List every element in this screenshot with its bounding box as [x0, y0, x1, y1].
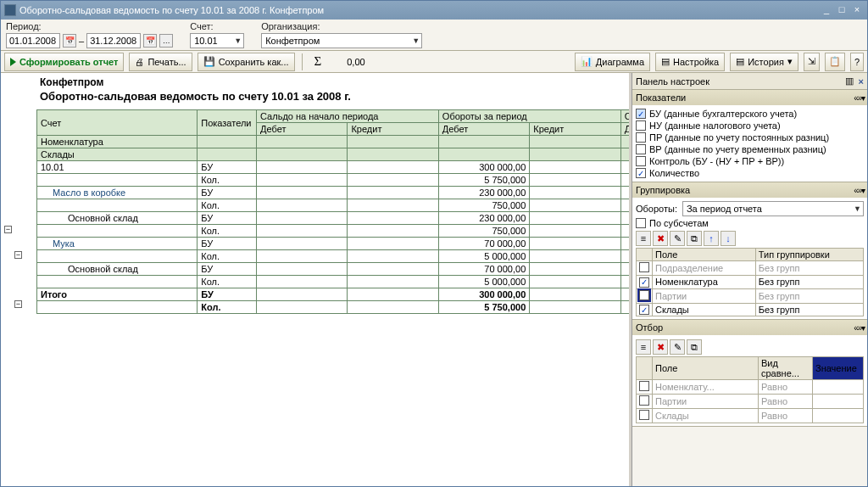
print-button[interactable]: 🖨Печать... — [129, 53, 192, 71]
minimize-button[interactable]: _ — [820, 4, 833, 16]
history-icon: ▤ — [736, 56, 744, 67]
table-row: Кол.750,000 — [37, 225, 632, 238]
group-row: ✓НоменклатураБез групп — [637, 276, 864, 289]
delete-icon[interactable]: ✖ — [653, 231, 668, 246]
diagram-button[interactable]: 📊Диаграмма — [575, 53, 650, 71]
chart-icon: 📊 — [581, 56, 593, 67]
chevron-icon[interactable]: « » ▾ — [854, 186, 864, 195]
group-row: ✓СкладыБез групп — [637, 303, 864, 316]
report-title: Оборотно-сальдовая ведомость по счету 10… — [40, 90, 622, 103]
group-row: ПартииБез групп — [637, 288, 864, 303]
tree-collapse-icon[interactable]: − — [14, 300, 22, 308]
indicators-section: Показатели« » ▾ ✓БУ (данные бухгалтерско… — [632, 90, 867, 182]
turnover-select[interactable]: За период отчета▼ — [682, 201, 864, 216]
tool-button-1[interactable]: ⇲ — [804, 53, 820, 71]
edit-icon[interactable]: ✎ — [670, 231, 685, 246]
filter-table: ПолеВид сравне...Значение Номенклату...Р… — [636, 356, 864, 423]
checkbox-subaccounts[interactable] — [636, 218, 646, 228]
period-picker-icon[interactable]: … — [159, 34, 173, 48]
sigma-icon[interactable]: Σ — [309, 54, 327, 69]
checkbox-kol[interactable]: ✓ — [636, 168, 646, 178]
filter-row: ПартииРавно — [637, 395, 864, 409]
account-group: Счет: 10.01▼ — [190, 21, 244, 48]
period-label: Период: — [6, 21, 173, 31]
play-icon — [10, 58, 16, 66]
table-row-total: Кол.5 750,000 — [37, 301, 632, 314]
save-as-button[interactable]: 💾Сохранить как... — [198, 53, 295, 71]
organization-group: Организация: Конфетпром▼ — [261, 21, 422, 48]
table-row: Основной складБУ230 000,00 — [37, 212, 632, 225]
main-area: Конфетпром Оборотно-сальдовая ведомость … — [1, 73, 867, 486]
chevron-icon[interactable]: « » ▾ — [854, 323, 864, 333]
col-indicators: Показатели — [198, 110, 257, 136]
maximize-button[interactable]: □ — [835, 4, 849, 16]
table-row: Кол.5 000,000 — [37, 276, 632, 288]
organization-select[interactable]: Конфетпром▼ — [261, 33, 422, 48]
table-row: Кол.5 000,000 — [37, 250, 632, 263]
close-button[interactable]: × — [850, 4, 864, 16]
sigma-value: 0,00 — [331, 57, 380, 67]
printer-icon: 🖨 — [135, 57, 144, 67]
date-to-input[interactable] — [86, 33, 141, 48]
report-header: Конфетпром Оборотно-сальдовая ведомость … — [33, 73, 629, 106]
table-row: Кол.750,000 — [37, 199, 632, 212]
chevron-icon[interactable]: « » ▾ — [854, 93, 864, 103]
checkbox-bu[interactable]: ✓ — [636, 109, 646, 119]
chevron-down-icon: ▼ — [412, 36, 420, 45]
delete-icon[interactable]: ✖ — [653, 339, 668, 355]
generate-report-button[interactable]: Сформировать отчет — [4, 53, 124, 71]
checkbox-vr[interactable] — [636, 144, 646, 154]
checkbox-nu[interactable] — [636, 120, 646, 131]
col-end-balance: Сал — [620, 110, 632, 123]
titlebar: Оборотно-сальдовая ведомость по счету 10… — [1, 1, 867, 20]
parameters-bar: Период: 📅 – 📅 … Счет: 10.01▼ Организация… — [1, 20, 867, 51]
grouping-toolbar: ≡ ✖ ✎ ⧉ ↑ ↓ — [636, 229, 864, 248]
date-to-calendar-icon[interactable]: 📅 — [143, 34, 157, 48]
report-org: Конфетпром — [40, 76, 622, 88]
history-button[interactable]: ▤История▾ — [730, 53, 798, 71]
table-row: МукаБУ70 000,00 — [37, 238, 632, 250]
date-from-input[interactable] — [6, 33, 60, 48]
app-icon — [4, 4, 16, 16]
app-window: Оборотно-сальдовая ведомость по счету 10… — [0, 0, 868, 487]
move-down-icon[interactable]: ↓ — [721, 231, 736, 246]
col-turnover: Обороты за период — [438, 110, 620, 123]
tree-collapse-icon[interactable]: − — [14, 251, 22, 259]
date-from-calendar-icon[interactable]: 📅 — [63, 34, 76, 48]
chevron-down-icon: ▼ — [234, 36, 242, 45]
move-up-icon[interactable]: ↑ — [704, 231, 719, 246]
settings-button[interactable]: ▤Настройка — [655, 53, 725, 71]
filter-toolbar: ≡ ✖ ✎ ⧉ — [636, 338, 864, 356]
add-icon[interactable]: ≡ — [636, 339, 651, 355]
copy-icon[interactable]: ⧉ — [687, 231, 702, 246]
panel-close-icon[interactable]: × — [859, 76, 864, 87]
window-title: Оборотно-сальдовая ведомость по счету 10… — [19, 5, 820, 15]
filter-row: СкладыРавно — [637, 409, 864, 423]
table-row: Основной складБУ70 000,00 — [37, 263, 632, 276]
filter-row: Номенклату...Равно — [637, 380, 864, 395]
panel-settings-icon[interactable]: ▥ — [845, 76, 854, 87]
tree-collapse-icon[interactable]: − — [4, 226, 12, 233]
copy-icon[interactable]: ⧉ — [687, 339, 702, 355]
add-icon[interactable]: ≡ — [636, 231, 651, 246]
grouping-section: Группировка« » ▾ Обороты: За период отче… — [632, 182, 867, 320]
grouping-table: ПолеТип группировки ПодразделениеБез гру… — [636, 248, 864, 316]
tool-button-2[interactable]: 📋 — [825, 53, 845, 71]
account-select[interactable]: 10.01▼ — [190, 33, 244, 48]
help-button[interactable]: ? — [850, 53, 864, 71]
checkbox-pr[interactable] — [636, 132, 646, 143]
save-icon: 💾 — [203, 56, 215, 67]
checkbox-ctrl[interactable] — [636, 156, 646, 166]
table-row: Кол.5 750,000 — [37, 174, 632, 187]
report-area: Конфетпром Оборотно-сальдовая ведомость … — [1, 73, 632, 486]
panel-header: Панель настроек ▥ × — [632, 73, 867, 90]
table-row-total: ИтогоБУ300 000,00 — [37, 288, 632, 301]
account-label: Счет: — [190, 21, 244, 31]
edit-icon[interactable]: ✎ — [670, 339, 685, 355]
report-table: Счет Показатели Сальдо на начало периода… — [36, 109, 632, 314]
col-account: Счет — [37, 110, 198, 136]
table-row: Масло в коробкеБУ230 000,00 — [37, 187, 632, 199]
chevron-down-icon: ▾ — [787, 56, 793, 67]
period-group: Период: 📅 – 📅 … — [6, 21, 173, 48]
chevron-down-icon: ▼ — [854, 204, 861, 213]
